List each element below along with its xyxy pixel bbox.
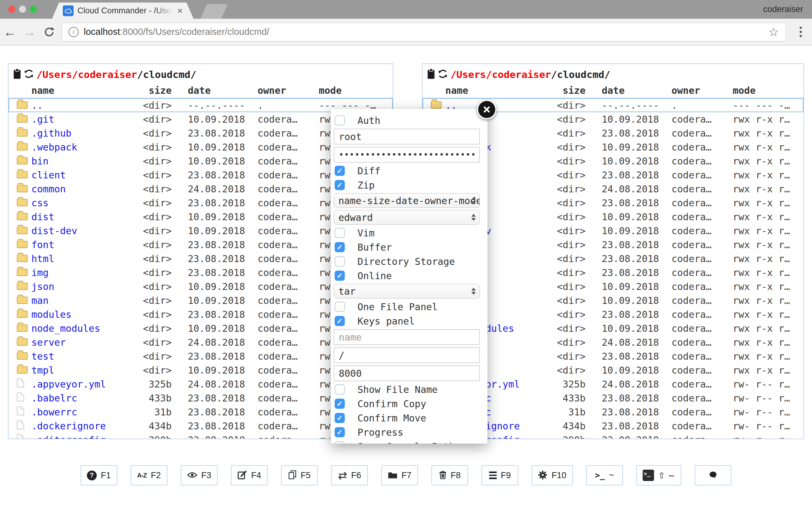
key-move-button[interactable]: ⇄F6 — [331, 465, 368, 486]
prefix-field[interactable] — [334, 350, 479, 361]
packer-select[interactable]: tar — [334, 284, 480, 298]
one-file-panel-checkbox[interactable] — [335, 302, 345, 312]
columns-select[interactable]: name-size-date-owner-mode — [334, 193, 480, 208]
key-config-button[interactable]: F10 — [531, 465, 573, 486]
file-name[interactable]: html — [32, 253, 140, 264]
file-name[interactable]: json — [32, 281, 140, 292]
file-name[interactable]: .git — [32, 114, 140, 125]
copy-path-icon[interactable] — [13, 68, 21, 80]
online-checkbox[interactable]: ✓ — [335, 271, 345, 281]
browser-tab[interactable]: Cloud Commander - /Users/co × — [52, 3, 194, 19]
tab-close-icon[interactable]: × — [177, 6, 183, 15]
refresh-icon[interactable] — [438, 69, 448, 80]
copy-path-icon[interactable] — [427, 68, 435, 80]
key-menu-button[interactable]: F9 — [481, 465, 518, 486]
column-mode[interactable]: mode — [721, 85, 803, 96]
file-name[interactable]: .bowerrc — [32, 406, 140, 418]
key-edit-button[interactable]: F4 — [231, 465, 268, 486]
column-name[interactable]: name — [32, 85, 140, 96]
back-icon[interactable]: ← — [0, 26, 20, 38]
sync-console-path-checkbox[interactable] — [335, 441, 345, 444]
file-name[interactable]: tmpl — [32, 365, 140, 376]
vim-checkbox[interactable] — [335, 228, 345, 238]
key-terminal-button[interactable]: >_⇧ ~ — [636, 465, 681, 486]
key-rename-button[interactable]: A-ZF2 — [131, 465, 167, 486]
key-new-dir-button[interactable]: F7 — [381, 465, 418, 486]
keys-panel-checkbox[interactable]: ✓ — [335, 316, 345, 326]
key-console-button[interactable]: >_~ — [586, 465, 623, 486]
column-mode[interactable]: mode — [307, 85, 393, 96]
file-date: 23.08.2018 — [171, 420, 241, 432]
url-bar[interactable]: i localhost:8000/fs/Users/coderaiser/clo… — [61, 22, 786, 42]
panel-path[interactable]: /Users/coderaiser/cloudcmd/ — [37, 69, 196, 80]
zoom-window-button[interactable] — [30, 6, 37, 13]
file-name[interactable]: test — [32, 351, 140, 362]
file-name[interactable]: .github — [32, 128, 140, 139]
key-view-button[interactable]: F3 — [181, 465, 218, 486]
key-copy-button[interactable]: F5 — [281, 465, 318, 486]
reload-icon[interactable] — [39, 26, 59, 38]
name-field[interactable] — [334, 332, 479, 343]
minimize-window-button[interactable] — [19, 6, 26, 13]
close-window-button[interactable] — [8, 6, 15, 13]
page-info-icon[interactable]: i — [68, 27, 79, 37]
file-name[interactable]: modules — [32, 309, 140, 320]
file-name[interactable]: .. — [32, 100, 140, 111]
key-help-button[interactable]: ?F1 — [81, 465, 117, 486]
browser-menu-icon[interactable] — [792, 26, 809, 37]
file-name[interactable]: .appveyor.yml — [32, 379, 140, 390]
column-owner[interactable]: owner — [655, 85, 721, 96]
file-name[interactable]: dist-dev — [32, 225, 140, 236]
directory-storage-checkbox[interactable] — [335, 257, 345, 267]
confirm-copy-checkbox[interactable]: ✓ — [335, 399, 345, 409]
key-delete-button[interactable]: F8 — [432, 465, 468, 486]
file-name[interactable]: node_modules — [32, 323, 140, 334]
file-name[interactable]: dist — [32, 211, 140, 222]
column-size[interactable]: size — [554, 85, 586, 96]
path-rest[interactable]: /cloudcmd/ — [137, 69, 196, 80]
file-name[interactable]: img — [32, 267, 140, 278]
file-size: <dir> — [554, 323, 586, 334]
port-field[interactable] — [334, 368, 479, 379]
confirm-move-checkbox[interactable]: ✓ — [335, 413, 345, 423]
show-file-name-checkbox[interactable] — [335, 384, 345, 395]
panel-path[interactable]: /Users/coderaiser/cloudcmd/ — [450, 69, 610, 80]
file-name[interactable]: font — [32, 239, 140, 250]
diff-checkbox[interactable]: ✓ — [335, 166, 345, 176]
key-chat-button[interactable] — [695, 465, 731, 486]
file-name[interactable]: .babelrc — [32, 393, 140, 404]
column-owner[interactable]: owner — [241, 85, 307, 96]
file-size: <dir> — [554, 211, 586, 222]
file-size: <dir> — [554, 253, 586, 264]
auth-checkbox[interactable] — [335, 115, 345, 125]
file-size: <dir> — [554, 365, 586, 376]
password-field[interactable] — [334, 150, 479, 159]
username-field[interactable] — [334, 131, 479, 142]
file-name[interactable]: common — [32, 183, 140, 194]
path-accent[interactable]: /Users/coderaiser — [37, 69, 137, 80]
buffer-checkbox[interactable]: ✓ — [335, 242, 345, 252]
column-date[interactable]: date — [586, 85, 655, 96]
profile-name[interactable]: coderaiser — [763, 4, 803, 14]
column-size[interactable]: size — [140, 85, 171, 96]
file-name[interactable]: client — [32, 170, 140, 181]
file-name[interactable]: .editorconfig — [32, 435, 140, 439]
new-tab-button[interactable] — [200, 4, 228, 19]
zip-checkbox[interactable]: ✓ — [335, 180, 345, 190]
bookmark-star-icon[interactable]: ☆ — [768, 26, 779, 38]
file-name[interactable]: server — [32, 337, 140, 348]
file-name[interactable]: .dockerignore — [32, 420, 140, 432]
file-size: 433b — [554, 393, 586, 404]
file-name[interactable]: .webpack — [32, 142, 140, 153]
column-date[interactable]: date — [171, 85, 241, 96]
path-rest[interactable]: /cloudcmd/ — [551, 69, 610, 80]
file-owner: codera… — [241, 156, 307, 167]
path-accent[interactable]: /Users/coderaiser — [450, 69, 551, 80]
editor-select[interactable]: edward — [334, 210, 480, 225]
file-name[interactable]: css — [32, 198, 140, 209]
file-name[interactable]: man — [32, 295, 140, 306]
file-name[interactable]: bin — [32, 156, 140, 167]
progress-checkbox[interactable]: ✓ — [335, 427, 345, 437]
refresh-icon[interactable] — [24, 69, 34, 80]
column-name[interactable]: name — [445, 85, 554, 96]
